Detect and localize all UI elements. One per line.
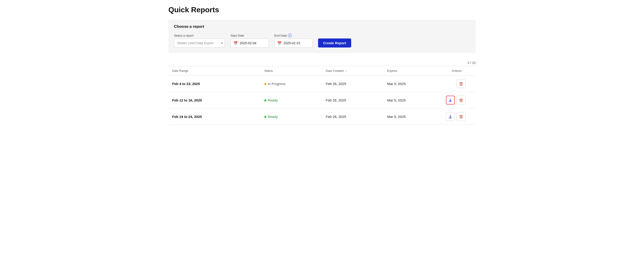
col-header-actions: Actions [439, 66, 476, 76]
actions-cell [442, 79, 472, 88]
section-label: Choose a report [174, 24, 470, 29]
cell-expires: Mar 5, 2025 [384, 92, 439, 108]
col-header-date-range: Date Range [168, 66, 260, 76]
cell-status: Ready [260, 92, 322, 108]
end-date-label: End Date [274, 34, 287, 37]
status-text: Ready [268, 115, 278, 118]
cell-date-created: Feb 26, 2025 [322, 92, 384, 108]
status-dot [264, 100, 266, 102]
actions-cell [442, 96, 472, 104]
cell-date-created: Feb 26, 2025 [322, 108, 384, 125]
info-icon[interactable]: i [288, 34, 292, 37]
col-header-date-created: Date Created ↓ [322, 66, 384, 76]
report-select-wrapper[interactable]: Viewer Level Data Export ▾ [174, 39, 225, 48]
create-report-button[interactable]: Create Report [318, 38, 351, 48]
report-select-label: Select a report [174, 34, 225, 37]
cell-status: Ready [260, 108, 322, 125]
page-wrapper: Quick Reports Choose a report Select a r… [161, 0, 483, 130]
cell-expires: Mar 5, 2025 [384, 76, 439, 92]
cell-date-range: Feb 12 to 16, 2025 [168, 92, 260, 108]
cell-status: In Progress [260, 76, 322, 92]
end-date-label-row: End Date i [274, 34, 312, 37]
cell-date-range: Feb 19 to 24, 2025 [168, 108, 260, 125]
cell-date-range: Feb 4 to 23, 2025 [168, 76, 260, 92]
start-date-input[interactable] [240, 41, 266, 45]
status-dot [264, 83, 266, 85]
page-title: Quick Reports [168, 6, 476, 14]
report-select[interactable]: Viewer Level Data Export [174, 39, 225, 48]
table-row: Feb 19 to 24, 2025ReadyFeb 26, 2025Mar 5… [168, 108, 476, 125]
form-row: Select a report Viewer Level Data Export… [174, 34, 470, 48]
cell-expires: Mar 5, 2025 [384, 108, 439, 125]
end-date-input-wrapper[interactable]: 📅 [274, 39, 312, 48]
download-button[interactable] [446, 112, 455, 121]
download-button[interactable] [446, 96, 455, 104]
end-date-group: End Date i 📅 [274, 34, 312, 48]
actions-cell [442, 112, 472, 121]
start-date-input-wrapper[interactable]: 📅 [230, 39, 269, 48]
cell-actions [439, 108, 476, 125]
pagination-row: 3 / 10 [168, 60, 476, 66]
table-row: Feb 4 to 23, 2025In ProgressFeb 26, 2025… [168, 76, 476, 92]
end-date-input[interactable] [284, 41, 310, 45]
status-text: In Progress [268, 82, 286, 86]
calendar-icon-end: 📅 [277, 41, 282, 45]
delete-button[interactable] [456, 112, 466, 121]
col-header-status: Status [260, 66, 322, 76]
report-select-group: Select a report Viewer Level Data Export… [174, 34, 225, 48]
report-form-section: Choose a report Select a report Viewer L… [168, 20, 476, 53]
calendar-icon-start: 📅 [234, 41, 238, 45]
cell-date-created: Feb 26, 2025 [322, 76, 384, 92]
table-header-row: Date Range Status Date Created ↓ Expires… [168, 66, 476, 76]
cell-actions [439, 92, 476, 108]
col-header-expires: Expires [384, 66, 439, 76]
reports-table: Date Range Status Date Created ↓ Expires… [168, 66, 476, 125]
start-date-group: Start Date 📅 [230, 34, 269, 48]
sort-down-icon[interactable]: ↓ [346, 69, 347, 72]
table-row: Feb 12 to 16, 2025ReadyFeb 26, 2025Mar 5… [168, 92, 476, 108]
pagination-text: 3 / 10 [468, 61, 476, 65]
cell-actions [439, 76, 476, 92]
status-dot [264, 116, 266, 118]
delete-button[interactable] [456, 79, 466, 88]
start-date-label: Start Date [230, 34, 269, 37]
status-text: Ready [268, 98, 278, 102]
delete-button[interactable] [456, 96, 466, 104]
